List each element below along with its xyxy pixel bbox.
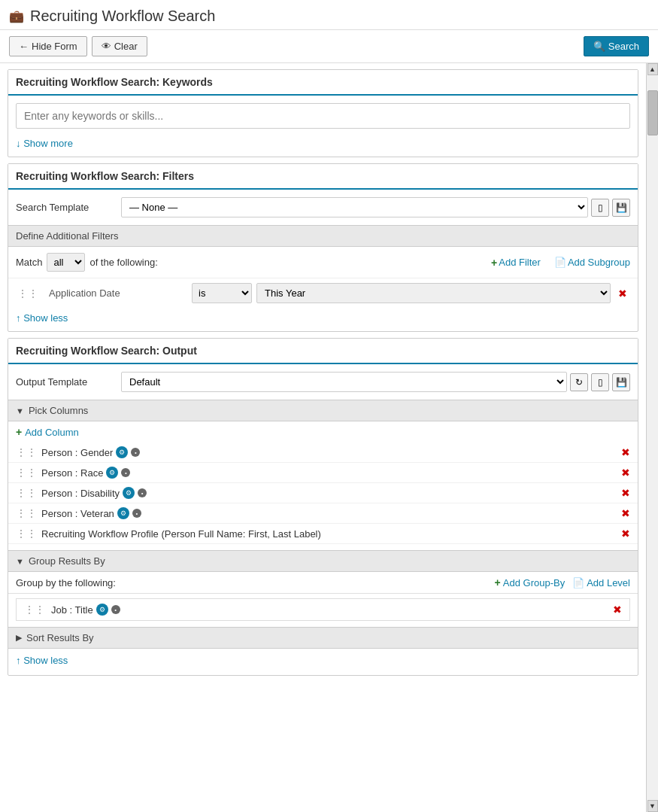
form-area: Recruiting Workflow Search: Keywords ↓ S… (0, 63, 646, 812)
clear-button[interactable]: 👁 Clear (92, 36, 147, 56)
column-row-rwp: ⋮⋮ Recruiting Workflow Profile (Person F… (8, 524, 638, 544)
column-settings-icon-disability[interactable]: ⚙ (123, 487, 135, 499)
remove-column-veteran-button[interactable]: ✖ (621, 507, 630, 519)
copy-output-template-button[interactable]: ▯ (591, 373, 609, 391)
clear-icon: 👁 (102, 41, 111, 52)
column-row-veteran: ⋮⋮ Person : Veteran ⚙ • ✖ (8, 503, 638, 524)
output-section-header: Recruiting Workflow Search: Output (8, 339, 638, 364)
show-less-label: Show less (23, 312, 68, 324)
column-name-rwp: Recruiting Workflow Profile (Person Full… (41, 528, 621, 540)
column-name-gender: Person : Gender ⚙ • (41, 446, 621, 458)
add-column-button[interactable]: + Add Column (16, 426, 630, 438)
scroll-up-arrow[interactable]: ▲ (647, 63, 658, 75)
sort-results-label: Sort Results By (26, 632, 94, 643)
save-template-button[interactable]: 💾 (612, 199, 630, 217)
show-less-filters-link: ↑ Show less (8, 308, 638, 331)
keywords-section: Recruiting Workflow Search: Keywords ↓ S… (8, 69, 638, 157)
hide-form-button[interactable]: ← Hide Form (9, 36, 87, 56)
arrow-left-icon: ← (19, 41, 29, 52)
remove-column-rwp-button[interactable]: ✖ (621, 528, 630, 540)
group-by-header-row: Group by the following: + Add Group-By 📄… (8, 572, 638, 594)
filter-field-label: Application Date (44, 284, 187, 302)
filter-row-application-date: ⋮⋮ Application Date is This Year ✖ (8, 278, 638, 308)
output-section: Recruiting Workflow Search: Output Outpu… (8, 338, 638, 676)
show-more-label: Show more (23, 138, 73, 149)
save-output-template-button[interactable]: 💾 (612, 373, 630, 391)
filter-operator-select[interactable]: is (192, 283, 252, 303)
filters-section: Recruiting Workflow Search: Filters Sear… (8, 163, 638, 332)
column-drag-handle[interactable]: ⋮⋮ (16, 446, 37, 458)
remove-column-gender-button[interactable]: ✖ (621, 446, 630, 458)
remove-column-disability-button[interactable]: ✖ (621, 487, 630, 499)
add-filter-button[interactable]: + Add Filter (491, 257, 541, 269)
add-group-by-button[interactable]: + Add Group-By (495, 576, 566, 588)
output-template-row: Output Template Default ↻ ▯ 💾 (8, 364, 638, 400)
add-subgroup-button[interactable]: 📄 Add Subgroup (554, 257, 630, 268)
group-name-job-title: Job : Title ⚙ • (51, 604, 613, 616)
remove-group-button[interactable]: ✖ (613, 604, 622, 616)
column-dot-icon-disability: • (138, 488, 147, 497)
search-template-row: Search Template — None — ▯ 💾 (8, 190, 638, 225)
scrollbar-thumb[interactable] (647, 90, 658, 135)
output-template-select-wrap: Default ↻ ▯ 💾 (121, 372, 630, 392)
column-name-race: Person : Race ⚙ • (41, 467, 621, 479)
of-following-label: of the following: (89, 257, 157, 268)
group-by-following-label: Group by the following: (16, 577, 495, 588)
group-drag-handle[interactable]: ⋮⋮ (24, 604, 45, 616)
output-template-label: Output Template (16, 376, 114, 388)
column-settings-icon-gender[interactable]: ⚙ (116, 446, 128, 458)
column-drag-handle-race[interactable]: ⋮⋮ (16, 467, 37, 479)
sort-results-arrow: ▶ (16, 633, 22, 643)
page-wrapper: 💼 Recruiting Workflow Search ← Hide Form… (0, 0, 658, 812)
group-settings-icon[interactable]: ⚙ (96, 604, 108, 616)
add-group-plus-icon: + (495, 576, 501, 588)
group-results-header[interactable]: ▼ Group Results By (8, 550, 638, 572)
filter-value-select[interactable]: This Year (256, 283, 611, 303)
sort-results-header[interactable]: ▶ Sort Results By (8, 627, 638, 649)
refresh-template-button[interactable]: ↻ (570, 373, 588, 391)
match-label: Match (16, 257, 42, 268)
pick-columns-header[interactable]: ▼ Pick Columns (8, 400, 638, 421)
column-settings-icon-race[interactable]: ⚙ (106, 467, 118, 479)
additional-filters-header: Define Additional Filters (8, 225, 638, 247)
briefcase-icon: 💼 (9, 9, 24, 23)
page-title: Recruiting Workflow Search (30, 8, 215, 25)
copy-template-button[interactable]: ▯ (591, 199, 609, 217)
show-less-filters-anchor[interactable]: ↑ Show less (16, 312, 68, 324)
drag-handle-icon[interactable]: ⋮⋮ (16, 286, 40, 301)
search-button[interactable]: 🔍 Search (584, 36, 649, 56)
show-less-bottom-anchor[interactable]: ↑ Show less (16, 655, 68, 666)
add-level-button[interactable]: 📄 Add Level (572, 577, 630, 588)
pick-columns-arrow: ▼ (16, 406, 24, 415)
show-less-bottom-arrow: ↑ (16, 655, 21, 666)
scroll-down-arrow[interactable]: ▼ (647, 800, 658, 812)
column-settings-icon-veteran[interactable]: ⚙ (117, 507, 129, 519)
pick-columns-label: Pick Columns (29, 405, 88, 416)
remove-column-race-button[interactable]: ✖ (621, 467, 630, 479)
column-drag-handle-disability[interactable]: ⋮⋮ (16, 487, 37, 499)
match-select[interactable]: all any (47, 253, 85, 272)
filters-section-header: Recruiting Workflow Search: Filters (8, 164, 638, 190)
output-template-select[interactable]: Default (121, 372, 567, 392)
add-level-icon: 📄 (572, 577, 584, 588)
show-less-bottom-label: Show less (23, 655, 68, 666)
column-drag-handle-veteran[interactable]: ⋮⋮ (16, 507, 37, 519)
keywords-input[interactable] (16, 103, 630, 129)
group-row-job-title: ⋮⋮ Job : Title ⚙ • ✖ (16, 598, 630, 621)
match-row: Match all any of the following: + Add Fi… (8, 247, 638, 278)
remove-filter-button[interactable]: ✖ (615, 286, 630, 301)
search-template-select[interactable]: — None — (121, 197, 588, 217)
main-content: Recruiting Workflow Search: Keywords ↓ S… (0, 63, 658, 812)
add-subgroup-icon: 📄 (554, 257, 566, 268)
column-drag-handle-rwp[interactable]: ⋮⋮ (16, 528, 37, 540)
group-results-label: Group Results By (29, 555, 105, 567)
column-dot-icon-veteran: • (132, 509, 141, 518)
search-template-select-wrap: — None — ▯ 💾 (121, 197, 630, 217)
group-results-arrow: ▼ (16, 557, 24, 566)
toolbar: ← Hide Form 👁 Clear 🔍 Search (0, 30, 658, 63)
show-more-anchor[interactable]: ↓ Show more (16, 138, 73, 149)
search-icon: 🔍 (593, 41, 605, 52)
keywords-section-header: Recruiting Workflow Search: Keywords (8, 70, 638, 96)
add-filter-plus-icon: + (491, 257, 497, 269)
show-more-link: ↓ Show more (8, 136, 638, 157)
